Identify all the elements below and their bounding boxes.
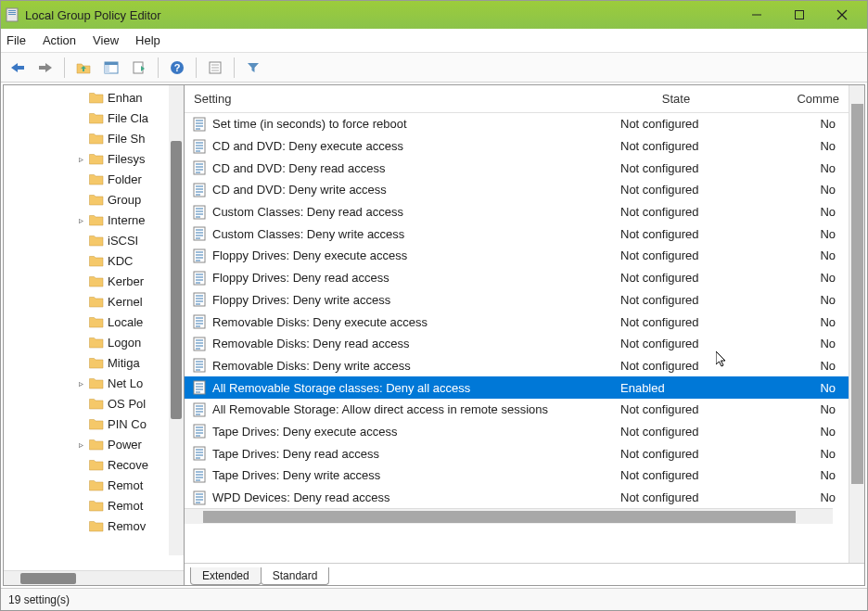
tree-item-label: Group	[108, 193, 141, 207]
policy-row[interactable]: CD and DVD: Deny read accessNot configur…	[185, 157, 849, 179]
maximize-button[interactable]	[778, 1, 821, 29]
tree-item[interactable]: iSCSI	[4, 230, 184, 250]
row-state-label: Not configured	[593, 183, 760, 197]
properties-button[interactable]	[202, 56, 228, 80]
policy-row[interactable]: All Removable Storage: Allow direct acce…	[185, 399, 849, 421]
policy-row[interactable]: Floppy Drives: Deny write accessNot conf…	[185, 289, 849, 312]
row-setting-label: Custom Classes: Deny write access	[212, 227, 593, 241]
help-button[interactable]: ?	[164, 56, 190, 80]
row-setting-label: All Removable Storage: Allow direct acce…	[212, 402, 593, 416]
row-setting-label: Floppy Drives: Deny write access	[212, 293, 593, 307]
tree-item-label: KDC	[108, 254, 133, 268]
policy-row[interactable]: Removable Disks: Deny write accessNot co…	[185, 355, 849, 377]
tree-item[interactable]: OS Pol	[4, 393, 184, 414]
tree-item[interactable]: Logon	[4, 332, 184, 352]
menu-action[interactable]: Action	[43, 33, 76, 47]
tab-extended[interactable]: Extended	[190, 567, 262, 585]
policy-row[interactable]: Floppy Drives: Deny execute accessNot co…	[185, 245, 849, 267]
row-setting-label: Floppy Drives: Deny read access	[212, 271, 593, 285]
tree-item[interactable]: File Sh	[4, 128, 184, 148]
tree-item[interactable]: Remov	[4, 516, 184, 536]
row-setting-label: Tape Drives: Deny execute access	[212, 425, 593, 439]
list-pane: Setting State Comme Set time (in seconds…	[185, 85, 864, 585]
tree-item[interactable]: Remot	[4, 475, 184, 495]
tree-item[interactable]: ▹Filesys	[4, 148, 184, 169]
row-state-label: Not configured	[593, 359, 760, 373]
content-area: EnhanFile ClaFile Sh▹FilesysFolderGroup▹…	[3, 84, 865, 586]
tree-item-label: Interne	[108, 213, 145, 227]
menu-file[interactable]: File	[6, 33, 26, 47]
tree-item[interactable]: ▹Power	[4, 434, 184, 454]
column-header-state[interactable]: State	[593, 92, 760, 106]
tree-item[interactable]: PIN Co	[4, 414, 184, 434]
list-vertical-scrollbar[interactable]	[849, 85, 864, 563]
tree-item[interactable]: ▹Net Lo	[4, 373, 184, 393]
row-setting-label: Removable Disks: Deny write access	[212, 359, 593, 373]
tree-item[interactable]: File Cla	[4, 108, 184, 128]
menu-view[interactable]: View	[93, 33, 119, 47]
column-header-comment[interactable]: Comme	[760, 92, 849, 106]
policy-row[interactable]: Floppy Drives: Deny read accessNot confi…	[185, 267, 849, 289]
policy-row[interactable]: Custom Classes: Deny read accessNot conf…	[185, 201, 849, 223]
policy-row[interactable]: Custom Classes: Deny write accessNot con…	[185, 223, 849, 245]
export-button[interactable]	[126, 56, 152, 80]
row-comment-label: No	[760, 293, 849, 307]
policy-row[interactable]: Removable Disks: Deny read accessNot con…	[185, 333, 849, 355]
show-hide-tree-button[interactable]	[98, 56, 124, 80]
tree-horizontal-scrollbar[interactable]	[4, 570, 184, 585]
tree-pane: EnhanFile ClaFile Sh▹FilesysFolderGroup▹…	[4, 85, 185, 585]
row-state-label: Not configured	[593, 337, 760, 350]
policy-row[interactable]: Tape Drives: Deny read accessNot configu…	[185, 442, 849, 465]
row-comment-label: No	[760, 271, 849, 285]
tree-item-label: Recove	[108, 458, 148, 472]
tree-item[interactable]: Mitiga	[4, 352, 184, 373]
policy-row[interactable]: CD and DVD: Deny write accessNot configu…	[185, 179, 849, 201]
tree-item[interactable]: Locale	[4, 312, 184, 332]
expand-icon[interactable]: ▹	[76, 439, 85, 450]
tree-item-label: Remot	[108, 478, 143, 492]
tree-item[interactable]: Recove	[4, 454, 184, 475]
tree-item[interactable]: Folder	[4, 169, 184, 189]
row-state-label: Not configured	[593, 425, 760, 439]
tree-list[interactable]: EnhanFile ClaFile Sh▹FilesysFolderGroup▹…	[4, 85, 184, 536]
tree-item[interactable]: Enhan	[4, 87, 184, 108]
policy-row[interactable]: Tape Drives: Deny write accessNot config…	[185, 465, 849, 487]
row-comment-label: No	[760, 161, 849, 175]
column-header-setting[interactable]: Setting	[185, 92, 593, 106]
policy-row[interactable]: Removable Disks: Deny execute accessNot …	[185, 311, 849, 333]
back-button[interactable]	[5, 56, 31, 80]
row-setting-label: CD and DVD: Deny write access	[212, 183, 593, 197]
row-state-label: Not configured	[593, 468, 760, 482]
expand-icon[interactable]: ▹	[76, 378, 85, 388]
tabs-row: Extended Standard	[185, 563, 864, 585]
close-button[interactable]	[821, 1, 863, 29]
policy-row[interactable]: WPD Devices: Deny read accessNot configu…	[185, 487, 849, 509]
svg-text:?: ?	[174, 62, 181, 73]
policy-row[interactable]: CD and DVD: Deny execute accessNot confi…	[185, 135, 849, 158]
tree-item-label: File Cla	[108, 111, 148, 125]
tree-item-label: Net Lo	[108, 376, 143, 390]
tree-item[interactable]: ▹Interne	[4, 210, 184, 230]
tab-standard[interactable]: Standard	[261, 567, 330, 585]
tree-item[interactable]: Group	[4, 189, 184, 210]
list-horizontal-scrollbar[interactable]	[185, 508, 833, 524]
tree-item[interactable]: Kerber	[4, 271, 184, 291]
policy-row[interactable]: Tape Drives: Deny execute accessNot conf…	[185, 421, 849, 443]
policy-row[interactable]: Set time (in seconds) to force rebootNot…	[185, 113, 849, 135]
row-setting-label: Tape Drives: Deny write access	[212, 468, 593, 482]
minimize-button[interactable]	[735, 1, 778, 29]
filter-button[interactable]	[240, 56, 266, 80]
expand-icon[interactable]: ▹	[76, 215, 85, 225]
menu-help[interactable]: Help	[135, 33, 160, 47]
tree-item[interactable]: Remot	[4, 495, 184, 516]
row-setting-label: Removable Disks: Deny read access	[212, 337, 593, 350]
tree-item[interactable]: Kernel	[4, 291, 184, 312]
policy-row[interactable]: All Removable Storage classes: Deny all …	[185, 376, 849, 399]
tree-item-label: Remot	[108, 499, 143, 513]
expand-icon[interactable]: ▹	[76, 154, 85, 164]
row-comment-label: No	[760, 117, 849, 131]
up-button[interactable]	[70, 56, 96, 80]
tree-vertical-scrollbar[interactable]	[169, 85, 184, 555]
tree-item[interactable]: KDC	[4, 250, 184, 271]
forward-button[interactable]	[32, 56, 58, 80]
